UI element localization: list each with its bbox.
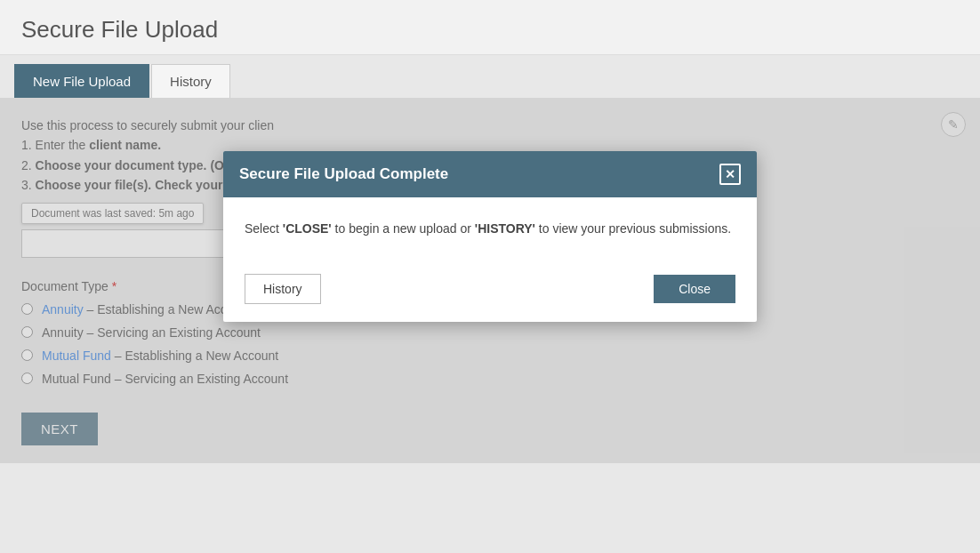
main-content: ✎ Use this process to securely submit yo… bbox=[0, 98, 980, 463]
page-title: Secure File Upload bbox=[21, 16, 959, 44]
modal-close-icon[interactable]: ✕ bbox=[719, 164, 741, 185]
close-keyword: 'CLOSE' bbox=[283, 221, 332, 236]
tab-new-file-upload[interactable]: New File Upload bbox=[14, 64, 149, 98]
modal-history-button[interactable]: History bbox=[245, 274, 321, 304]
modal-close-button[interactable]: Close bbox=[654, 275, 735, 303]
modal-dialog: Secure File Upload Complete ✕ Select 'CL… bbox=[223, 151, 757, 322]
modal-footer: History Close bbox=[223, 265, 757, 322]
modal-header: Secure File Upload Complete ✕ bbox=[223, 151, 757, 197]
modal-overlay: Secure File Upload Complete ✕ Select 'CL… bbox=[0, 98, 980, 463]
tab-history[interactable]: History bbox=[151, 64, 230, 98]
history-keyword: 'HISTORY' bbox=[475, 221, 535, 236]
page-header: Secure File Upload bbox=[0, 0, 980, 55]
tab-bar: New File Upload History bbox=[0, 55, 980, 98]
modal-body: Select 'CLOSE' to begin a new upload or … bbox=[223, 197, 757, 265]
modal-title: Secure File Upload Complete bbox=[239, 165, 448, 183]
